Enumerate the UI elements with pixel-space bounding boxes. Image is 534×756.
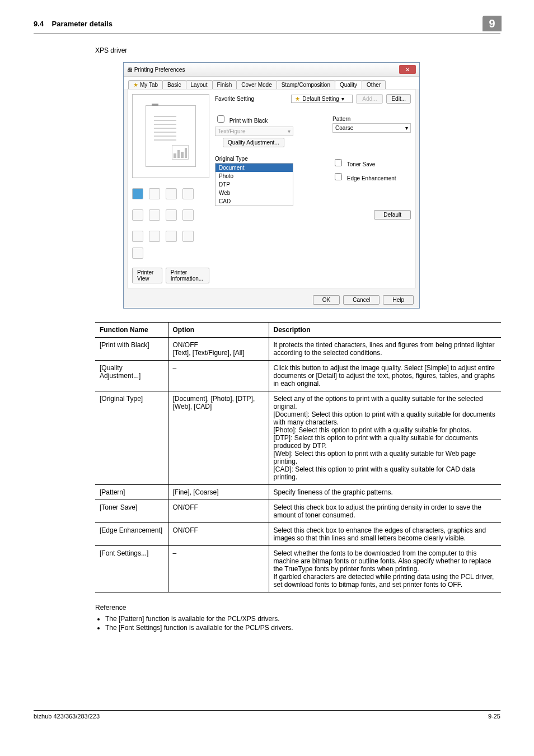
bullet-item: The [Pattern] function is available for … [105,615,500,623]
dialog-screenshot: 🖶 Printing Preferences ✕ ★My Tab Basic L… [123,62,500,309]
list-item[interactable]: Photo [216,172,293,180]
bullet-item: The [Font Settings] function is availabl… [105,624,500,632]
th-desc: Description [269,323,501,338]
status-icon [149,231,160,242]
original-type-label: Original Type [215,156,316,162]
table-row: [Quality Adjustment...]–Click this butto… [95,361,501,391]
status-icon [149,209,160,221]
status-icon [182,231,194,242]
tab-layout[interactable]: Layout [186,80,213,89]
star-icon: ★ [295,96,300,102]
tab-covermode[interactable]: Cover Mode [236,80,277,89]
status-icon [166,188,177,199]
print-black-checkbox[interactable] [217,115,224,123]
table-row: [Toner Save]ON/OFFSelect this check box … [95,500,501,523]
tab-stamp[interactable]: Stamp/Composition [277,80,335,89]
dialog-title: Printing Preferences [134,67,185,73]
favorite-label: Favorite Setting [215,96,254,102]
tab-other[interactable]: Other [362,80,386,89]
th-option: Option [168,323,269,338]
table-row: [Print with Black]ON/OFF [Text], [Text/F… [95,338,501,361]
parameter-table: Function Name Option Description [Print … [95,322,501,592]
printer-info-button[interactable]: Printer Information... [166,268,209,283]
sub-heading: XPS driver [95,46,500,54]
chevron-down-icon: ▾ [405,125,408,131]
table-row: [Font Settings...]–Select whether the fo… [95,546,501,592]
toner-save-checkbox[interactable] [335,159,342,166]
status-icon [132,188,143,199]
quality-adjust-button[interactable]: Quality Adjustment... [223,138,284,147]
printer-icon: 🖶 [127,67,133,73]
chevron-down-icon: ▾ [341,96,344,102]
tab-basic[interactable]: Basic [162,80,186,89]
status-icon [182,188,194,199]
cancel-button[interactable]: Cancel [343,295,380,305]
table-row: [Original Type][Document], [Photo], [DTP… [95,391,501,485]
status-icon [132,248,143,259]
add-button: Add... [356,94,383,104]
table-row: [Edge Enhancement]ON/OFFSelect this chec… [95,523,501,546]
edit-button[interactable]: Edit... [386,94,411,104]
close-icon[interactable]: ✕ [399,65,416,74]
section-title: Parameter details [52,20,113,28]
th-function: Function Name [95,323,168,338]
list-item[interactable]: Document [216,164,293,172]
help-button[interactable]: Help [383,295,414,305]
default-button[interactable]: Default [374,210,411,220]
edge-enh-label: Edge Enhancement [347,175,396,181]
edge-enh-checkbox[interactable] [335,173,342,180]
footer-model: bizhub 423/363/283/223 [34,713,100,720]
tab-quality[interactable]: Quality [335,80,362,89]
toner-save-label: Toner Save [347,161,376,167]
ok-button[interactable]: OK [313,295,340,305]
section-number: 9.4 [34,20,44,28]
pattern-select[interactable]: Coarse ▾ [332,123,411,133]
pattern-label: Pattern [332,116,411,122]
chapter-badge: 9 [483,16,502,31]
textfigure-select: Text/Figure ▾ [215,127,293,136]
printer-view-button[interactable]: Printer View [132,268,162,283]
tab-finish[interactable]: Finish [212,80,237,89]
status-icon [132,209,143,221]
list-item[interactable]: Web [216,189,293,197]
status-icon [132,231,143,242]
star-icon: ★ [133,82,138,88]
table-row: [Pattern][Fine], [Coarse]Specify finenes… [95,485,501,500]
reference-heading: Reference [95,604,500,612]
original-type-list[interactable]: Document Photo DTP Web CAD [215,163,293,206]
footer-page: 9-25 [488,713,500,720]
status-icon [182,209,194,221]
list-item[interactable]: DTP [216,180,293,189]
tab-mytab[interactable]: ★My Tab [128,80,163,89]
status-icon [166,209,177,221]
chevron-down-icon: ▾ [288,128,291,134]
tab-row: ★My Tab Basic Layout Finish Cover Mode S… [124,77,419,89]
page-preview [132,94,209,178]
print-black-label: Print with Black [229,118,268,124]
reference-list: The [Pattern] function is available for … [95,615,500,632]
list-item[interactable]: CAD [216,197,293,206]
status-icon [149,188,160,199]
status-icon [166,231,177,242]
favorite-select[interactable]: ★ Default Setting ▾ [291,95,353,103]
